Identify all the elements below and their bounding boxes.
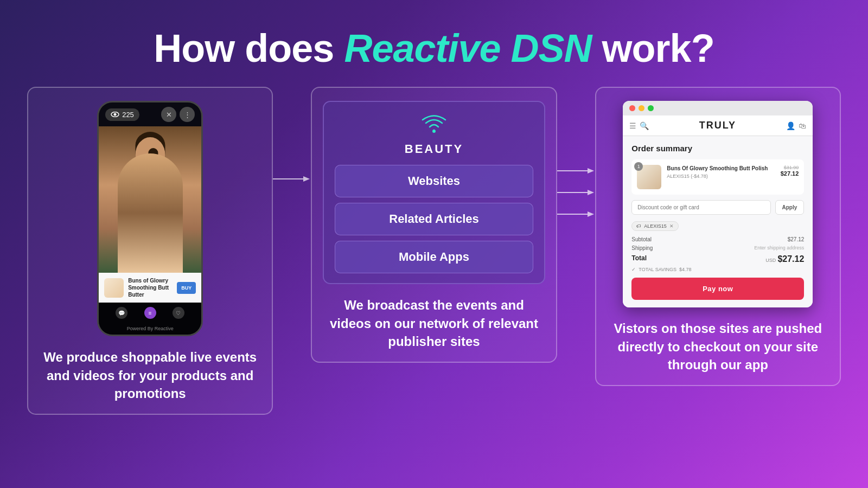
checkout-mockup: ☰ 🔍 TRULY 👤 🛍 Order summary 1 Buns Of Gl… <box>623 101 813 307</box>
product-name: Buns of Glowry Smoothing Butt Butter <box>128 277 173 298</box>
network-card: BEAUTY Websites Related Articles Mobile … <box>323 101 545 284</box>
col2-network: BEAUTY Websites Related Articles Mobile … <box>311 87 557 363</box>
eye-icon <box>111 112 119 117</box>
phone-views-count: 225 <box>105 108 139 121</box>
nav-left-icons: ☰ 🔍 <box>629 121 649 130</box>
savings-check-icon: ✓ <box>631 267 636 272</box>
network-item-websites: Websites <box>335 165 533 197</box>
phone-top-bar: 225 ✕ ⋮ <box>99 102 201 126</box>
col3-checkout: ☰ 🔍 TRULY 👤 🛍 Order summary 1 Buns Of Gl… <box>595 87 841 386</box>
col3-caption: Vistors on those sites are pushed direct… <box>607 319 829 374</box>
shipping-row: Shipping Enter shipping address <box>631 245 804 251</box>
pay-now-button[interactable]: Pay now <box>631 278 804 300</box>
discount-code-input[interactable] <box>631 200 770 215</box>
network-category: BEAUTY <box>335 142 533 156</box>
right-arrow-2c <box>557 209 595 220</box>
dot-green <box>648 105 654 111</box>
savings-label: TOTAL SAVINGS <box>639 267 676 272</box>
list-icon[interactable]: ≡ <box>144 307 156 319</box>
order-summary-title: Order summary <box>631 144 804 153</box>
svg-marker-6 <box>588 168 594 174</box>
person-silhouette <box>99 126 201 273</box>
discount-row: Apply <box>631 200 804 215</box>
person-body <box>118 153 183 273</box>
cart-icon[interactable]: 🛍 <box>799 121 806 130</box>
phone-action-buttons: ✕ ⋮ <box>161 107 195 122</box>
item-discounted-price: $27.12 <box>781 170 799 177</box>
total-label: Total <box>631 254 647 264</box>
phone-product-bar: Buns of Glowry Smoothing Butt Butter BUY <box>99 273 201 303</box>
order-item: 1 Buns Of Glowry Smoothing Butt Polish A… <box>631 159 804 195</box>
network-item-mobile: Mobile Apps <box>335 241 533 273</box>
item-original-price: $31.90 <box>781 165 799 170</box>
more-button[interactable]: ⋮ <box>180 107 195 122</box>
svg-marker-3 <box>303 176 310 182</box>
powered-by-label: Powered By Reactive <box>99 323 201 335</box>
chat-icon[interactable]: 💬 <box>116 307 127 319</box>
menu-icon[interactable]: ☰ <box>629 121 636 130</box>
subtotal-value: $27.12 <box>788 236 805 242</box>
coupon-icon: 🏷 <box>636 223 641 229</box>
checkout-body: Order summary 1 Buns Of Glowry Smoothing… <box>623 136 813 307</box>
search-icon[interactable]: 🔍 <box>640 121 649 130</box>
remove-coupon-button[interactable]: ✕ <box>669 223 674 229</box>
shipping-label: Shipping <box>631 245 653 251</box>
svg-marker-10 <box>588 211 594 217</box>
main-content: 225 ✕ ⋮ Buns of Glowry Smoothing <box>0 87 868 415</box>
apply-button[interactable]: Apply <box>775 200 805 215</box>
dot-yellow <box>639 105 644 111</box>
nav-right-icons: 👤 🛍 <box>786 121 806 130</box>
subtotal-label: Subtotal <box>631 236 652 242</box>
phone-mockup: 225 ✕ ⋮ Buns of Glowry Smoothing <box>97 101 203 336</box>
heart-icon[interactable]: ♡ <box>173 307 184 319</box>
page-title: How does Reactive DSN work? <box>0 26 868 70</box>
close-button[interactable]: ✕ <box>161 107 176 122</box>
dot-red <box>629 105 635 111</box>
arrow-col2-to-col3 <box>557 165 595 263</box>
store-brand: TRULY <box>654 120 781 131</box>
network-item-articles: Related Articles <box>335 203 533 235</box>
page-header: How does Reactive DSN work? <box>0 0 868 87</box>
network-items-list: Websites Related Articles Mobile Apps <box>335 165 533 273</box>
wifi-broadcast-icon <box>420 114 448 136</box>
col1-live-events: 225 ✕ ⋮ Buns of Glowry Smoothing <box>27 87 273 415</box>
svg-point-1 <box>114 113 117 116</box>
arrow-col1-to-col2 <box>273 174 311 184</box>
buy-button[interactable]: BUY <box>177 282 196 294</box>
item-details: Buns Of Glowry Smoothing Butt Polish ALE… <box>667 165 775 179</box>
right-arrow-1 <box>273 174 311 184</box>
total-row: Total USD$27.12 <box>631 254 804 264</box>
coupon-code: ALEXIS15 <box>644 223 667 229</box>
total-currency: USD <box>765 258 776 263</box>
item-discount-code: ALEXIS15 (-$4.78) <box>667 174 775 179</box>
subtotal-row: Subtotal $27.12 <box>631 236 804 242</box>
total-amount: USD$27.12 <box>765 254 804 264</box>
svg-point-4 <box>432 130 436 133</box>
checkout-titlebar <box>623 101 813 115</box>
product-thumbnail <box>104 278 124 298</box>
col1-caption: We produce shoppable live events and vid… <box>39 348 261 403</box>
savings-value: $4.78 <box>679 267 692 272</box>
coupon-tag: 🏷 ALEXIS15 ✕ <box>631 221 679 231</box>
total-value: $27.12 <box>777 254 804 264</box>
col2-caption: We broadcast the events and videos on ou… <box>323 296 545 351</box>
savings-row: ✓ TOTAL SAVINGS $4.78 <box>631 267 804 272</box>
account-icon[interactable]: 👤 <box>786 121 795 130</box>
right-arrow-2a <box>557 165 595 176</box>
right-arrow-2b <box>557 187 595 198</box>
phone-video-area <box>99 126 201 273</box>
shipping-value: Enter shipping address <box>754 245 804 251</box>
phone-bottom-bar: 💬 ≡ ♡ <box>99 303 201 323</box>
item-price-column: $31.90 $27.12 <box>781 165 799 177</box>
item-name: Buns Of Glowry Smoothing Butt Polish <box>667 165 775 172</box>
svg-marker-8 <box>588 190 594 195</box>
checkout-navbar: ☰ 🔍 TRULY 👤 🛍 <box>623 115 813 136</box>
